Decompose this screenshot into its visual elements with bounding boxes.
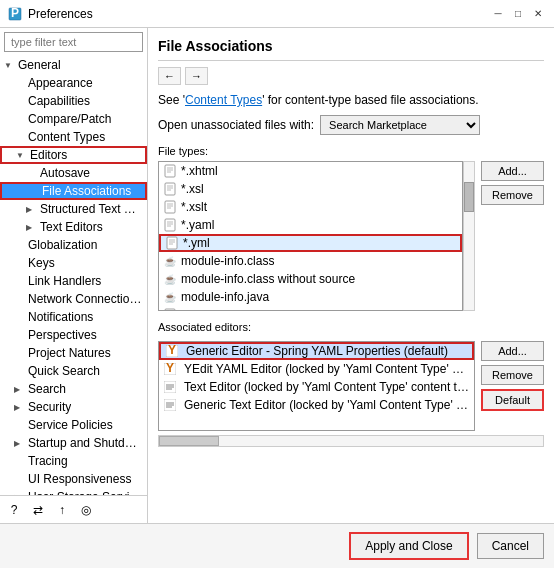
assoc-editor-item[interactable]: Generic Text Editor (locked by 'Yaml Con… <box>159 396 474 414</box>
sidebar-tree: ▼GeneralAppearanceCapabilitiesCompare/Pa… <box>0 56 147 495</box>
filter-input[interactable] <box>4 32 143 52</box>
file-types-label: File types: <box>158 145 544 157</box>
file-type-item[interactable]: ☕module-info.class <box>159 252 462 270</box>
assoc-editors-section: YGeneric Editor - Spring YAML Properties… <box>158 341 544 431</box>
file-type-label: module-info.java <box>181 290 269 304</box>
sidebar-label-textEditors: Text Editors <box>40 220 103 234</box>
sidebar-label-comparePatch: Compare/Patch <box>28 112 111 126</box>
sidebar: ▼GeneralAppearanceCapabilitiesCompare/Pa… <box>0 28 148 523</box>
file-type-label: *.xslt <box>181 200 207 214</box>
assoc-editors-list[interactable]: YGeneric Editor - Spring YAML Properties… <box>158 341 475 431</box>
open-unassoc-label: Open unassociated files with: <box>158 118 314 132</box>
file-types-scrollbar[interactable] <box>463 161 475 311</box>
sidebar-label-tracing: Tracing <box>28 454 68 468</box>
assoc-horizontal-scrollbar[interactable] <box>158 435 544 447</box>
sidebar-label-projectNatures: Project Natures <box>28 346 111 360</box>
file-type-item[interactable]: ☕module-info.java <box>159 288 462 306</box>
sidebar-item-startupAndShutdo[interactable]: ▶Startup and Shutdo… <box>0 434 147 452</box>
sidebar-item-quickSearch[interactable]: Quick Search <box>0 362 147 380</box>
sidebar-item-comparePatch[interactable]: Compare/Patch <box>0 110 147 128</box>
file-type-item[interactable]: ☕module-info.class without source <box>159 270 462 288</box>
sidebar-label-structuredTextE: Structured Text E… <box>40 202 143 216</box>
restore-button[interactable]: ◎ <box>76 500 96 520</box>
sidebar-label-autosave: Autosave <box>40 166 90 180</box>
sidebar-item-notifications[interactable]: Notifications <box>0 308 147 326</box>
app-icon: P <box>8 7 22 21</box>
add-file-type-button[interactable]: Add... <box>481 161 544 181</box>
sidebar-item-autosave[interactable]: Autosave <box>0 164 147 182</box>
sidebar-item-networkConnection[interactable]: Network Connectio… <box>0 290 147 308</box>
sidebar-item-keys[interactable]: Keys <box>0 254 147 272</box>
sidebar-item-contentTypes[interactable]: Content Types <box>0 128 147 146</box>
content-area: File Associations ← → See 'Content Types… <box>148 28 554 523</box>
remove-assoc-editor-button[interactable]: Remove <box>481 365 544 385</box>
assoc-editor-item[interactable]: Text Editor (locked by 'Yaml Content Typ… <box>159 378 474 396</box>
minimize-button[interactable]: ─ <box>490 6 506 22</box>
sidebar-label-security: Security <box>28 400 71 414</box>
file-type-item[interactable]: *.yml <box>159 234 462 252</box>
cancel-button[interactable]: Cancel <box>477 533 544 559</box>
sidebar-item-fileAssociations[interactable]: File Associations <box>0 182 147 200</box>
sidebar-item-capabilities[interactable]: Capabilities <box>0 92 147 110</box>
file-type-label: *.xsl <box>181 182 204 196</box>
file-type-item[interactable]: *.yaml <box>159 216 462 234</box>
apply-close-button[interactable]: Apply and Close <box>349 532 468 560</box>
sidebar-label-startupAndShutdo: Startup and Shutdo… <box>28 436 143 450</box>
help-button[interactable]: ? <box>4 500 24 520</box>
tree-arrow-search: ▶ <box>14 385 26 394</box>
tree-arrow-general: ▼ <box>4 61 16 70</box>
close-button[interactable]: ✕ <box>530 6 546 22</box>
import-button[interactable]: ⇄ <box>28 500 48 520</box>
sidebar-label-networkConnection: Network Connectio… <box>28 292 141 306</box>
assoc-editor-item[interactable]: YYEdit YAML Editor (locked by 'Yaml Cont… <box>159 360 474 378</box>
file-types-section: *.xhtml*.xsl*.xslt*.yaml*.yml☕module-inf… <box>158 161 544 311</box>
svg-rect-18 <box>167 237 177 249</box>
file-type-icon <box>163 200 177 214</box>
content-types-link[interactable]: Content Types <box>185 93 262 107</box>
file-type-item[interactable]: *.xslt <box>159 198 462 216</box>
maximize-button[interactable]: □ <box>510 6 526 22</box>
sidebar-label-servicePolicies: Service Policies <box>28 418 113 432</box>
sidebar-item-textEditors[interactable]: ▶Text Editors <box>0 218 147 236</box>
assoc-editor-label: Generic Text Editor (locked by 'Yaml Con… <box>184 398 470 412</box>
tree-arrow-startupAndShutdo: ▶ <box>14 439 26 448</box>
svg-rect-10 <box>165 201 175 213</box>
file-type-item[interactable]: pom.xml <box>159 306 462 311</box>
add-assoc-editor-button[interactable]: Add... <box>481 341 544 361</box>
export-button[interactable]: ↑ <box>52 500 72 520</box>
assoc-editor-label: Generic Editor - Spring YAML Properties … <box>186 344 448 358</box>
assoc-editor-icon <box>163 380 177 394</box>
sidebar-label-search: Search <box>28 382 66 396</box>
nav-back-button[interactable]: ← <box>158 67 181 85</box>
sidebar-label-keys: Keys <box>28 256 55 270</box>
nav-forward-button[interactable]: → <box>185 67 208 85</box>
sidebar-item-appearance[interactable]: Appearance <box>0 74 147 92</box>
sidebar-item-search[interactable]: ▶Search <box>0 380 147 398</box>
sidebar-item-userStorageServi[interactable]: ▶User Storage Servi… <box>0 488 147 495</box>
sidebar-item-servicePolicies[interactable]: Service Policies <box>0 416 147 434</box>
file-type-item[interactable]: *.xsl <box>159 180 462 198</box>
file-type-label: *.xhtml <box>181 164 218 178</box>
tree-arrow-structuredTextE: ▶ <box>26 205 38 214</box>
sidebar-item-structuredTextE[interactable]: ▶Structured Text E… <box>0 200 147 218</box>
file-type-item[interactable]: *.xhtml <box>159 162 462 180</box>
assoc-editor-item[interactable]: YGeneric Editor - Spring YAML Properties… <box>159 342 474 360</box>
sidebar-item-uiResponsiveness[interactable]: UI Responsiveness <box>0 470 147 488</box>
file-type-icon <box>163 164 177 178</box>
sidebar-item-projectNatures[interactable]: Project Natures <box>0 344 147 362</box>
sidebar-item-security[interactable]: ▶Security <box>0 398 147 416</box>
window-title: Preferences <box>28 7 490 21</box>
sidebar-item-editors[interactable]: ▼Editors <box>0 146 147 164</box>
remove-file-type-button[interactable]: Remove <box>481 185 544 205</box>
open-unassoc-select[interactable]: Search Marketplace <box>320 115 480 135</box>
sidebar-item-general[interactable]: ▼General <box>0 56 147 74</box>
default-editor-button[interactable]: Default <box>481 389 544 411</box>
file-types-list[interactable]: *.xhtml*.xsl*.xslt*.yaml*.yml☕module-inf… <box>158 161 463 311</box>
sidebar-item-globalization[interactable]: Globalization <box>0 236 147 254</box>
sidebar-label-globalization: Globalization <box>28 238 97 252</box>
assoc-editor-icon: Y <box>165 344 179 358</box>
sidebar-item-tracing[interactable]: Tracing <box>0 452 147 470</box>
sidebar-item-perspectives[interactable]: Perspectives <box>0 326 147 344</box>
svg-rect-14 <box>165 219 175 231</box>
sidebar-item-linkHandlers[interactable]: Link Handlers <box>0 272 147 290</box>
